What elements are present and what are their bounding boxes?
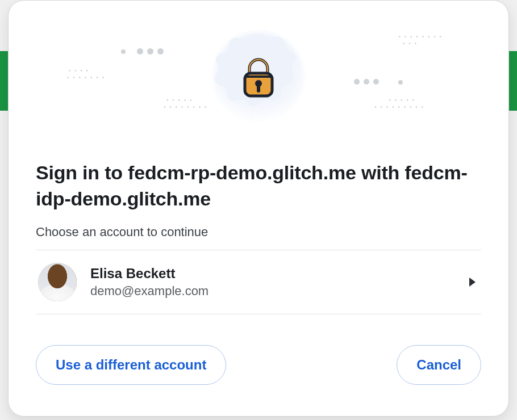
decor-dashes: • • • • • • • [67,74,105,81]
use-different-account-button[interactable]: Use a different account [36,345,226,385]
decor-dashes: • • • • • • • • • [374,104,424,110]
decor-dots [121,49,126,54]
svg-rect-1 [245,75,272,78]
decor-dots [398,80,403,85]
account-row[interactable]: Elisa Beckett demo@example.com [36,250,481,314]
decor-dashes: • • • • • [166,97,193,103]
divider [36,314,481,314]
decor-dashes: • • • • • • • • [399,33,443,40]
decor-dashes: • • • • [69,68,89,74]
dialog-actions: Use a different account Cancel [36,345,481,385]
avatar [38,263,77,301]
account-email: demo@example.com [90,284,456,299]
hero-illustration: • • • • • • • • • • • • • • • • • • • • … [36,11,481,144]
decor-dashes: • • • • • [389,97,415,103]
lock-badge [207,27,310,129]
lock-icon [241,57,276,98]
account-info: Elisa Beckett demo@example.com [90,266,456,299]
decor-dots [137,48,164,54]
decor-dashes: • • • • • • • • [164,104,207,110]
decor-dots [354,79,379,85]
decor-dashes: • • • [403,40,418,47]
signin-dialog: • • • • • • • • • • • • • • • • • • • • … [8,0,509,417]
chevron-right-icon [469,278,476,287]
dialog-subtitle: Choose an account to continue [36,225,481,240]
svg-rect-3 [257,85,260,93]
account-name: Elisa Beckett [90,266,456,282]
cancel-button[interactable]: Cancel [397,345,481,385]
dialog-title: Sign in to fedcm-rp-demo.glitch.me with … [36,160,481,212]
